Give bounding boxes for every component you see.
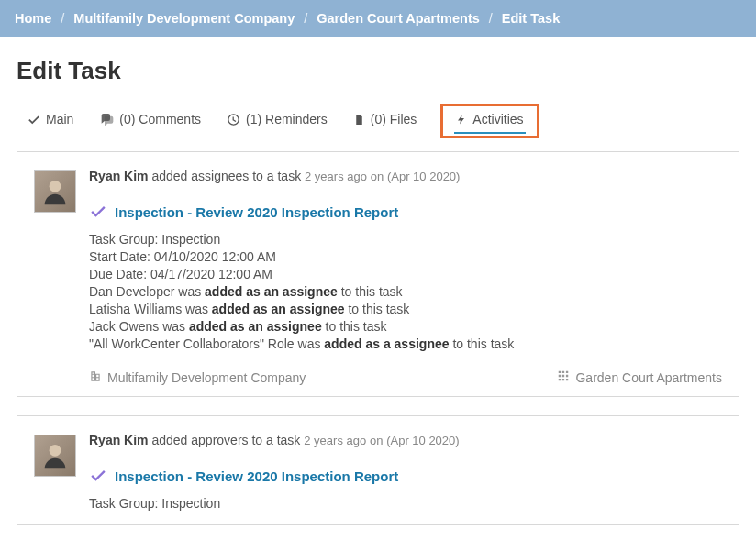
breadcrumb-project[interactable]: Garden Court Apartments [317,11,480,26]
activity-item: Ryan Kim added approvers to a task 2 yea… [17,415,739,525]
task-check-icon [89,202,107,223]
activity-summary: Ryan Kim added assignees to a task 2 yea… [89,169,722,183]
task-group: Task Group: Inspection [89,496,722,511]
tab-reminders[interactable]: (1) Reminders [225,106,329,136]
file-icon [353,113,365,126]
change-line: Dan Developer was added as an assignee t… [89,284,722,299]
tab-bar: Main (0) Comments (1) Reminders (0) File… [0,94,756,138]
change-line: Jack Owens was added as an assignee to t… [89,319,722,334]
building-icon [89,369,102,385]
change-line: "All WorkCenter Collaborators" Role was … [89,336,722,351]
task-start-date: Start Date: 04/10/2020 12:00 AM [89,249,722,264]
check-icon [28,113,40,126]
task-due-date: Due Date: 04/17/2020 12:00 AM [89,267,722,281]
tab-label: (0) Files [371,112,417,126]
task-link[interactable]: Inspection - Review 2020 Inspection Repo… [115,468,398,484]
grid-icon [557,369,570,385]
activity-summary: Ryan Kim added approvers to a task 2 yea… [89,433,722,447]
svg-point-0 [50,181,61,192]
change-line: Latisha Williams was added as an assigne… [89,302,722,316]
activity-verb: added assignees to a task [151,169,301,183]
avatar [34,170,76,213]
activity-reltime: 2 years ago [304,434,366,447]
breadcrumb-sep: / [304,11,307,26]
footer-company-link[interactable]: Multifamily Development Company [89,369,306,385]
lightning-icon [456,113,467,126]
tab-comments[interactable]: (0) Comments [97,106,203,136]
tab-label: Main [46,112,73,126]
task-check-icon [89,466,107,487]
breadcrumb: Home / Multifamily Development Company /… [0,0,756,37]
breadcrumb-company[interactable]: Multifamily Development Company [73,11,295,26]
tab-files[interactable]: (0) Files [351,106,419,136]
tab-activities-highlight: Activities [440,104,539,138]
breadcrumb-sep: / [489,11,493,26]
task-link[interactable]: Inspection - Review 2020 Inspection Repo… [115,204,398,220]
activity-verb: added approvers to a task [151,433,300,447]
footer-project-label: Garden Court Apartments [575,370,722,385]
comments-icon [99,112,114,126]
footer-project-link[interactable]: Garden Court Apartments [557,369,722,385]
tab-label: (1) Reminders [246,112,328,126]
svg-point-1 [50,445,61,456]
clock-icon [227,113,240,126]
activity-abstime: on (Apr 10 2020) [371,170,461,183]
tab-label: (0) Comments [119,112,201,126]
activity-item: Ryan Kim added assignees to a task 2 yea… [17,151,739,397]
breadcrumb-current: Edit Task [502,11,560,26]
activity-actor: Ryan Kim [89,433,149,447]
activity-abstime: on (Apr 10 2020) [370,434,460,447]
task-title-row: Inspection - Review 2020 Inspection Repo… [89,466,722,487]
tab-main[interactable]: Main [26,106,75,136]
task-title-row: Inspection - Review 2020 Inspection Repo… [89,202,722,223]
footer-company-label: Multifamily Development Company [107,370,306,385]
breadcrumb-sep: / [61,11,64,26]
tab-activities[interactable]: Activities [454,112,525,134]
activity-actor: Ryan Kim [89,169,149,183]
activity-reltime: 2 years ago [305,170,367,183]
avatar [34,434,76,477]
breadcrumb-home[interactable]: Home [15,11,51,26]
page-title: Edit Task [0,37,756,94]
tab-label: Activities [472,112,523,126]
task-group: Task Group: Inspection [89,232,722,247]
